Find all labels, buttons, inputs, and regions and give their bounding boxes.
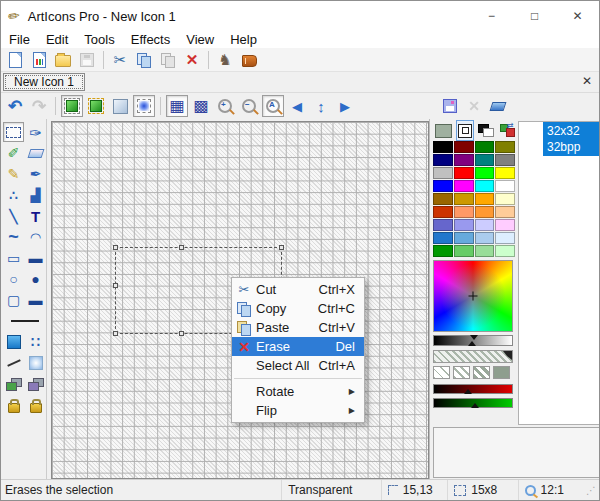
marker-tool[interactable]: ✐: [3, 143, 24, 163]
rounded-rectangle-tool[interactable]: ▢: [3, 290, 24, 310]
palette-swatch[interactable]: [495, 141, 515, 153]
spray-tool[interactable]: ∴: [3, 185, 24, 205]
save-button[interactable]: [76, 49, 98, 71]
resize-grip[interactable]: ⋰: [586, 485, 596, 496]
fill-tool[interactable]: ▟: [25, 185, 46, 205]
context-menu-item-rotate[interactable]: Rotate▶: [232, 382, 364, 401]
menu-view[interactable]: View: [178, 32, 222, 47]
palette-swatch[interactable]: [433, 154, 453, 166]
slider-marker-bottom[interactable]: [468, 337, 476, 346]
eraser-tool[interactable]: [25, 143, 46, 163]
pattern-swatch[interactable]: [433, 366, 450, 379]
selection-handle[interactable]: [179, 245, 184, 250]
color-picker-tool[interactable]: ✑: [25, 122, 46, 142]
palette-swatch[interactable]: [475, 206, 495, 218]
palette-swatch[interactable]: [433, 167, 453, 179]
lock-3d-button[interactable]: [3, 395, 24, 415]
menu-file[interactable]: File: [1, 32, 38, 47]
maximize-button[interactable]: □: [513, 1, 556, 31]
zoom-in-button[interactable]: +: [214, 95, 236, 117]
pattern-swatch[interactable]: [453, 366, 470, 379]
palette-swatch[interactable]: [495, 193, 515, 205]
hue-saturation-picker[interactable]: [433, 260, 513, 332]
copy-button[interactable]: [133, 49, 155, 71]
palette-swatch[interactable]: [433, 245, 453, 257]
menu-effects[interactable]: Effects: [123, 32, 179, 47]
paste-button[interactable]: [157, 49, 179, 71]
palette-swatch[interactable]: [454, 245, 474, 257]
palette-swatch[interactable]: [454, 206, 474, 218]
shift-left-button[interactable]: ◀: [286, 95, 308, 117]
filled-rectangle-tool[interactable]: ▬: [25, 248, 46, 268]
text-tool[interactable]: T: [25, 206, 46, 226]
context-menu-item-erase[interactable]: ✕EraseDel: [232, 337, 364, 356]
red-channel-slider[interactable]: [433, 384, 513, 394]
clear-image-button[interactable]: [487, 95, 509, 117]
palette-swatch[interactable]: [495, 219, 515, 231]
selection-handle[interactable]: [179, 331, 184, 336]
red-slider-marker[interactable]: [464, 385, 472, 394]
palette-swatch[interactable]: [475, 193, 495, 205]
palette-swatch[interactable]: [454, 219, 474, 231]
palette-swatch[interactable]: [454, 167, 474, 179]
shift-vertical-button[interactable]: ↕: [310, 95, 332, 117]
green-channel-slider[interactable]: [433, 398, 513, 408]
filled-rounded-rectangle-tool[interactable]: ▬: [25, 290, 46, 310]
palette-swatch[interactable]: [433, 180, 453, 192]
copy-mode-selector[interactable]: [3, 374, 24, 394]
line-width-selector[interactable]: [3, 311, 46, 331]
context-menu-item-copy[interactable]: CopyCtrl+C: [232, 299, 364, 318]
context-menu-item-select-all[interactable]: Select AllCtrl+A: [232, 356, 364, 375]
paste-mode-selector[interactable]: [25, 374, 46, 394]
context-menu-item-flip[interactable]: Flip▶: [232, 401, 364, 420]
new-icon-button[interactable]: [28, 49, 50, 71]
palette-swatch[interactable]: [475, 180, 495, 192]
context-menu-item-cut[interactable]: ✂CutCtrl+X: [232, 280, 364, 299]
palette-swatch[interactable]: [454, 232, 474, 244]
palette-swatch[interactable]: [454, 193, 474, 205]
matte-selection-button[interactable]: [85, 95, 107, 117]
palette-swatch[interactable]: [495, 154, 515, 166]
fill-style-selector[interactable]: [3, 332, 24, 352]
luminance-slider[interactable]: [433, 335, 513, 346]
palette-swatch[interactable]: [475, 245, 495, 257]
tab-new-icon-1[interactable]: New Icon 1: [3, 73, 85, 91]
zoom-out-button[interactable]: −: [238, 95, 260, 117]
pattern-swatch[interactable]: [493, 366, 510, 379]
select-tool[interactable]: [3, 122, 24, 142]
inverse-color-button[interactable]: [456, 120, 474, 141]
foreground-background-swatch[interactable]: [476, 120, 496, 141]
palette-swatch[interactable]: [495, 167, 515, 179]
open-button[interactable]: [52, 49, 74, 71]
swap-colors-button[interactable]: ⇄: [498, 120, 518, 141]
ellipse-tool[interactable]: ○: [3, 269, 24, 289]
stroke-style-selector[interactable]: [3, 353, 24, 373]
brush-tool[interactable]: ✒: [25, 164, 46, 184]
pattern-swatch[interactable]: [473, 366, 490, 379]
transform-selector[interactable]: ∷: [25, 332, 46, 352]
selection-handle[interactable]: [113, 331, 118, 336]
palette-swatch[interactable]: [433, 193, 453, 205]
menu-help[interactable]: Help: [222, 32, 265, 47]
palette-swatch[interactable]: [454, 154, 474, 166]
palette-swatch[interactable]: [433, 141, 453, 153]
curve-tool[interactable]: ~: [3, 227, 24, 247]
wizard-button[interactable]: ♞: [214, 49, 236, 71]
new-library-button[interactable]: [4, 49, 26, 71]
minimize-button[interactable]: −: [470, 1, 513, 31]
delete-button[interactable]: ✕: [181, 49, 203, 71]
delete-image-button[interactable]: ✕: [463, 95, 485, 117]
palette-swatch[interactable]: [433, 232, 453, 244]
selection-handle[interactable]: [113, 245, 118, 250]
palette-swatch[interactable]: [433, 219, 453, 231]
cut-button[interactable]: ✂: [109, 49, 131, 71]
list-item-32x32-32bpp[interactable]: 32x32 32bpp: [543, 122, 600, 156]
palette-swatch[interactable]: [475, 154, 495, 166]
selection-handle[interactable]: [279, 245, 284, 250]
selection-handle[interactable]: [113, 283, 118, 288]
palette-swatch[interactable]: [475, 219, 495, 231]
pencil-tool[interactable]: ✎: [3, 164, 24, 184]
redo-button[interactable]: ↷: [28, 95, 50, 117]
tab-close-icon[interactable]: ✕: [582, 74, 592, 88]
palette-swatch[interactable]: [495, 206, 515, 218]
